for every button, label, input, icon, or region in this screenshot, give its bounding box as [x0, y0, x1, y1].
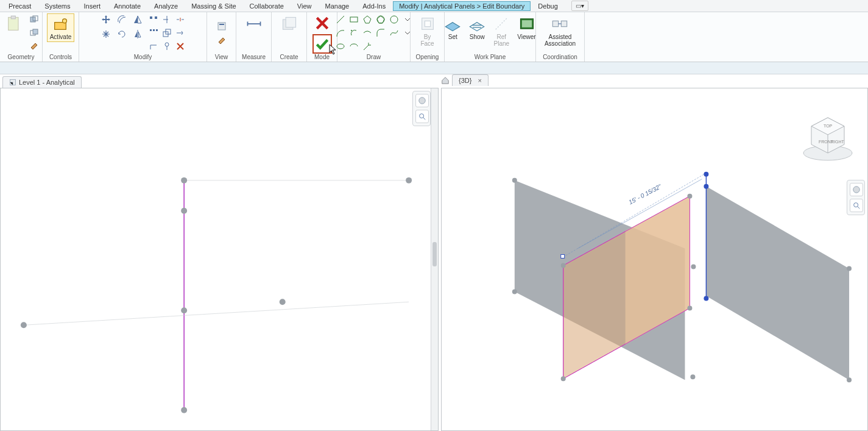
- mirror-pick-icon[interactable]: [132, 28, 144, 40]
- view-tab-left[interactable]: Level 1 - Analytical: [2, 76, 82, 88]
- rectangle-icon[interactable]: [348, 13, 360, 26]
- byface-label: By Face: [420, 34, 434, 47]
- extend-icon[interactable]: [174, 27, 186, 39]
- finish-edit-button[interactable]: [312, 34, 332, 54]
- array-icon[interactable]: [147, 27, 160, 39]
- activate-button[interactable]: Activate: [47, 13, 75, 42]
- analytical-canvas[interactable]: [1, 88, 438, 430]
- arc-fillet-icon[interactable]: [375, 27, 387, 39]
- workplane-label: Work Plane: [475, 54, 506, 62]
- zoom-icon[interactable]: [415, 110, 429, 123]
- svg-point-62: [512, 178, 517, 183]
- svg-point-66: [690, 374, 695, 379]
- geometry-clipboard[interactable]: [2, 13, 26, 34]
- arc-tangent-icon[interactable]: [361, 27, 373, 39]
- viewcube[interactable]: FRONT RIGHT TOP: [800, 113, 855, 168]
- measure-button[interactable]: [242, 13, 266, 34]
- menu-view[interactable]: View: [291, 1, 318, 11]
- menu-bar: Precast Systems Insert Annotate Analyze …: [0, 0, 868, 12]
- split-area: 15' - 0 15/32": [0, 88, 868, 431]
- svg-point-58: [687, 305, 692, 310]
- corner-trim-icon[interactable]: [147, 40, 160, 52]
- pick-lines-icon[interactable]: [361, 40, 373, 52]
- view-prop-icon[interactable]: [216, 20, 228, 32]
- move-icon[interactable]: [100, 13, 112, 26]
- assoc-label: Assisted Association: [545, 34, 576, 47]
- menu-precast[interactable]: Precast: [2, 1, 37, 11]
- nav-wheel-right-icon[interactable]: [850, 183, 863, 196]
- workplane-show-button[interactable]: Show: [465, 13, 489, 42]
- svg-point-24: [390, 16, 398, 23]
- nav-wheel-icon[interactable]: [415, 94, 429, 107]
- svg-rect-32: [562, 21, 567, 26]
- menu-modify-context[interactable]: Modify | Analytical Panels > Edit Bounda…: [393, 1, 531, 11]
- workplane-set-button[interactable]: Set: [441, 13, 464, 42]
- workplane-ref-button[interactable]: Ref Plane: [490, 13, 513, 49]
- mirror-axis-icon[interactable]: [132, 13, 144, 26]
- 3d-view-pane[interactable]: 15' - 0 15/32": [441, 88, 868, 431]
- svg-point-60: [561, 376, 566, 381]
- menu-analyze[interactable]: Analyze: [148, 1, 184, 11]
- svg-point-37: [181, 177, 187, 183]
- menu-insert[interactable]: Insert: [77, 1, 107, 11]
- ribbon: Geometry Activate Controls: [0, 12, 868, 62]
- svg-point-39: [181, 208, 187, 214]
- rotate-icon[interactable]: [116, 28, 128, 40]
- menu-debug[interactable]: Debug: [532, 1, 563, 11]
- menu-collaborate[interactable]: Collaborate: [244, 1, 290, 11]
- menu-addins[interactable]: Add-Ins: [356, 1, 392, 11]
- svg-point-7: [63, 19, 67, 23]
- analytical-view-pane[interactable]: [0, 88, 439, 431]
- ellipse-icon[interactable]: [334, 40, 347, 52]
- ribbon-group-workplane: Set Show Ref Plane Viewer Work Plane: [445, 12, 536, 62]
- view-tab-left-label: Level 1 - Analytical: [19, 79, 75, 86]
- view-tab-right[interactable]: {3D} ×: [452, 74, 489, 86]
- svg-point-56: [704, 296, 708, 301]
- close-icon[interactable]: ×: [478, 77, 481, 84]
- pin-icon[interactable]: [161, 40, 173, 52]
- workplane-viewer-button[interactable]: Viewer: [514, 13, 538, 42]
- ribbon-group-create: Create: [272, 12, 307, 62]
- geometry-join-icon[interactable]: [28, 13, 40, 26]
- offset-icon[interactable]: [116, 13, 128, 26]
- view-tabs: Level 1 - Analytical: [0, 74, 868, 88]
- scale-icon[interactable]: [161, 27, 173, 39]
- svg-point-57: [687, 194, 692, 199]
- geometry-paint-icon[interactable]: [28, 40, 40, 52]
- align-icon[interactable]: [147, 13, 160, 26]
- menu-overflow[interactable]: ▭▾: [571, 1, 588, 11]
- spline-icon[interactable]: [388, 27, 400, 39]
- arc-center-icon[interactable]: [348, 27, 360, 39]
- polygon-circ-icon[interactable]: [375, 13, 387, 26]
- move-tool-icon[interactable]: [100, 28, 112, 40]
- polygon-inscribed-icon[interactable]: [361, 13, 373, 26]
- line-icon[interactable]: [334, 13, 347, 26]
- ref-label: Ref Plane: [494, 34, 510, 47]
- opening-byface-button[interactable]: By Face: [416, 13, 439, 49]
- arc-start-icon[interactable]: [334, 27, 347, 39]
- delete-icon[interactable]: [174, 40, 186, 52]
- nav-bar-left: [412, 91, 431, 126]
- home-icon[interactable]: [441, 76, 450, 85]
- menu-massing-site[interactable]: Massing & Site: [185, 1, 242, 11]
- scrollbar-left[interactable]: [431, 88, 438, 430]
- menu-annotate[interactable]: Annotate: [108, 1, 147, 11]
- menu-systems[interactable]: Systems: [38, 1, 76, 11]
- menu-manage[interactable]: Manage: [319, 1, 355, 11]
- assisted-association-button[interactable]: Assisted Association: [542, 13, 579, 49]
- geometry-cut-icon[interactable]: [28, 27, 40, 39]
- view-paint-icon[interactable]: [216, 35, 228, 47]
- svg-point-25: [351, 30, 352, 31]
- split-icon[interactable]: [174, 13, 186, 26]
- trim-icon[interactable]: [161, 13, 173, 26]
- svg-rect-30: [521, 20, 531, 27]
- cancel-edit-button[interactable]: [312, 13, 332, 33]
- svg-rect-28: [425, 21, 430, 26]
- circle-icon[interactable]: [388, 13, 400, 26]
- ribbon-group-draw: Draw: [337, 12, 411, 62]
- zoom-right-icon[interactable]: [850, 199, 863, 212]
- partial-ellipse-icon[interactable]: [348, 40, 360, 52]
- create-group-button[interactable]: [278, 13, 301, 34]
- svg-rect-8: [150, 16, 152, 19]
- svg-rect-20: [350, 17, 358, 22]
